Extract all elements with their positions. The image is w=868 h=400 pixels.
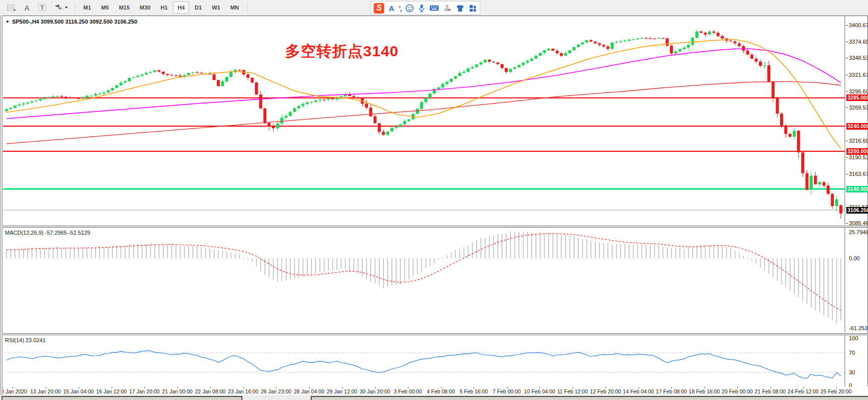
price-tick <box>846 174 848 174</box>
ime-microphone-icon[interactable] <box>418 4 425 13</box>
bottom-window-strip <box>0 395 868 400</box>
time-tick <box>112 387 112 388</box>
macd-canvas[interactable] <box>1 228 867 332</box>
background-window[interactable] <box>2 396 242 400</box>
time-tick <box>243 387 244 388</box>
time-axis-label: 14 Feb 04:00 <box>623 388 654 394</box>
time-axis-label: 16 Jan 12:00 <box>96 388 127 394</box>
time-axis-label: 11 Feb 12:00 <box>557 388 588 394</box>
time-tick <box>639 387 639 388</box>
text-a-icon[interactable]: A <box>21 2 33 14</box>
timeframe-M30[interactable]: M30 <box>135 2 155 13</box>
time-tick <box>13 387 13 388</box>
time-axis-label: 26 Jan 23:00 <box>261 388 292 394</box>
ime-skin-icon[interactable] <box>456 5 465 12</box>
timeframe-H1[interactable]: H1 <box>156 2 172 13</box>
background-window[interactable] <box>311 396 868 400</box>
label-box-icon[interactable]: T <box>34 2 50 14</box>
time-tick <box>803 387 804 388</box>
time-tick <box>408 387 408 388</box>
timeframe-group: M1M5M15M30H1H4D1W1MN <box>78 2 244 14</box>
toolbar-separator <box>75 3 75 13</box>
macd-axis-label: -61.2533 <box>849 325 868 331</box>
time-axis-label: 25 Feb 20:00 <box>821 388 852 394</box>
price-tick <box>846 42 848 42</box>
time-axis-label: 3 Feb 00:00 <box>394 388 422 394</box>
price-chart-panel[interactable]: ▼ SP500-,H4 3099.500 3116.250 3092.500 3… <box>0 16 868 226</box>
price-tick <box>846 58 848 58</box>
time-tick <box>441 387 442 388</box>
time-axis[interactable]: 10 Jan 202013 Jan 20:0015 Jan 04:0016 Ja… <box>0 387 868 395</box>
ime-language-icon[interactable]: A <box>389 4 394 13</box>
rsi-canvas[interactable] <box>1 335 867 386</box>
price-tick-label: 3400.670 <box>849 22 868 28</box>
ime-emoji-icon[interactable] <box>405 4 414 13</box>
time-axis-label: 10 Feb 04:00 <box>524 388 555 394</box>
toolbar-separator <box>247 3 247 13</box>
time-axis-label: 23 Jan 16:00 <box>228 388 258 394</box>
time-axis-label: 22 Jan 08:00 <box>195 388 226 394</box>
rsi-axis-label: 70 <box>849 350 855 356</box>
time-tick <box>144 387 145 388</box>
timeframe-M1[interactable]: M1 <box>79 2 96 13</box>
ime-punctuation-icon[interactable]: ’, <box>399 4 401 13</box>
price-tick-label: 3216.600 <box>849 138 868 144</box>
sogou-logo-icon[interactable]: S <box>374 3 384 14</box>
time-axis-label: 20 Feb 00:00 <box>722 388 753 394</box>
symbol-header[interactable]: ▼ SP500-,H4 3099.500 3116.250 3092.500 3… <box>6 19 137 25</box>
time-tick <box>276 387 277 388</box>
time-tick <box>342 387 342 388</box>
macd-panel[interactable]: MACD(12,26,9) -57.2965 -52.5129 25.79460… <box>0 227 868 334</box>
time-axis-label: 29 Jan 12:00 <box>327 388 358 394</box>
time-axis-label: 28 Jan 04:00 <box>294 388 324 394</box>
svg-text:F: F <box>14 9 16 12</box>
timeframe-MN[interactable]: MN <box>226 2 243 13</box>
price-tick <box>846 223 848 224</box>
price-tick-label: 3190.530 <box>849 154 868 160</box>
rsi-label: RSI(14) 23.0241 <box>5 337 46 343</box>
time-tick <box>78 387 79 388</box>
price-tick <box>846 141 848 141</box>
price-chart-canvas[interactable] <box>1 16 867 225</box>
chevron-down-icon[interactable]: ▼ <box>6 20 10 24</box>
timeframe-H4[interactable]: H4 <box>173 2 189 14</box>
timeframe-M15[interactable]: M15 <box>114 2 134 13</box>
timeframe-W1[interactable]: W1 <box>207 2 225 13</box>
timeframe-D1[interactable]: D1 <box>190 2 206 13</box>
time-tick <box>178 387 178 388</box>
time-tick <box>737 387 738 388</box>
price-tick-label: 3374.600 <box>849 39 868 45</box>
level-price-badge: 3285.000 <box>846 94 868 101</box>
time-axis-label: 18 Feb 16:00 <box>689 388 720 394</box>
timeframe-M5[interactable]: M5 <box>97 2 113 13</box>
time-tick <box>770 387 771 388</box>
fibonacci-grid-icon[interactable]: F <box>4 2 20 14</box>
ime-tools-grid-icon[interactable] <box>469 5 477 12</box>
price-tick-label: 3163.670 <box>849 171 868 177</box>
level-price-badge: 3200.000 <box>846 148 868 155</box>
time-axis-label: 21 Jan 00:00 <box>162 388 193 394</box>
symbol-ohlc-text: SP500-,H4 3099.500 3116.250 3092.500 310… <box>12 19 137 25</box>
macd-axis-label: 25.7946 <box>849 229 868 235</box>
time-tick <box>210 387 211 388</box>
chart-annotation-text: 多空转折点3140 <box>285 41 399 62</box>
level-price-badge: 3240.000 <box>846 123 868 130</box>
time-tick <box>705 387 705 388</box>
price-tick-label: 3295.600 <box>849 88 868 94</box>
time-axis-label: 7 Feb 00:00 <box>492 388 520 394</box>
price-tick <box>846 157 848 158</box>
rsi-panel[interactable]: RSI(14) 23.0241 10070300 <box>0 335 868 388</box>
time-axis-label: 21 Feb 08:00 <box>755 388 786 394</box>
time-tick <box>474 387 474 388</box>
time-tick <box>46 387 46 388</box>
current-price-badge: 3106.250 <box>846 207 868 214</box>
time-tick <box>671 387 672 388</box>
level-price-badge: 3140.000 <box>846 186 868 192</box>
ime-keyboard-icon[interactable] <box>429 5 439 12</box>
time-axis-label: 17 Feb 08:00 <box>656 388 687 394</box>
ime-account-icon[interactable] <box>444 4 451 12</box>
time-tick <box>540 387 540 388</box>
object-styles-icon[interactable] <box>51 2 71 14</box>
time-tick <box>507 387 507 388</box>
macd-label: MACD(12,26,9) -57.2965 -52.5129 <box>5 230 90 236</box>
